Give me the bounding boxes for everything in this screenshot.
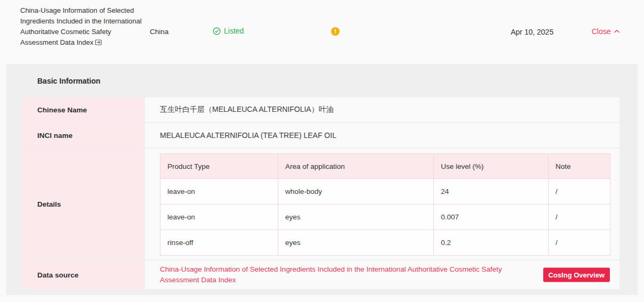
table-cell: leave-on: [160, 179, 278, 205]
close-label: Close: [592, 27, 611, 36]
field-row-data-source: Data source China-Usage Information of S…: [21, 260, 619, 289]
field-row-inci-name: INCI name MELALEUCA ALTERNIFOLIA (TEA TR…: [21, 123, 619, 148]
region-label: China: [150, 28, 168, 36]
table-row: leave-onwhole-body24/: [160, 179, 610, 205]
record-date: Apr 10, 2025: [511, 28, 553, 36]
table-cell: /: [549, 205, 610, 230]
table-cell: eyes: [278, 230, 434, 256]
table-cell: whole-body: [278, 179, 434, 205]
status-badge: Listed: [213, 27, 244, 35]
table-cell: /: [549, 230, 610, 256]
inci-name-label: INCI name: [21, 123, 144, 148]
section-title: Basic Information: [37, 77, 100, 85]
data-source-link[interactable]: China-Usage Information of Selected Ingr…: [160, 264, 533, 285]
external-link-icon[interactable]: [95, 38, 102, 49]
field-row-chinese-name: Chinese Name 互生叶白千层（MELALEUCA ALTERNIFOL…: [21, 97, 619, 122]
table-cell: rinse-off: [160, 230, 278, 256]
cosing-overview-button[interactable]: CosIng Overview: [543, 268, 610, 282]
column-header-note: Note: [549, 154, 610, 179]
column-header-product-type: Product Type: [160, 154, 278, 179]
data-source-label: Data source: [21, 260, 144, 289]
table-cell: 24: [434, 179, 549, 205]
inci-name-value: MELALEUCA ALTERNIFOLIA (TEA TREE) LEAF O…: [145, 123, 619, 148]
table-row: leave-oneyes0.007/: [160, 205, 610, 230]
source-title-text: China-Usage Information of Selected Ingr…: [20, 6, 142, 46]
table-cell: 0.2: [434, 230, 549, 256]
table-cell: 0.007: [434, 205, 549, 230]
details-table-header-row: Product Type Area of application Use lev…: [160, 154, 610, 179]
field-rows: Chinese Name 互生叶白千层（MELALEUCA ALTERNIFOL…: [21, 97, 619, 290]
detail-panel: Basic Information Chinese Name 互生叶白千层（ME…: [6, 64, 638, 295]
status-label: Listed: [224, 27, 244, 35]
close-button[interactable]: Close: [592, 27, 620, 36]
field-row-details: Details Product Type Area of application…: [21, 149, 619, 259]
column-header-area: Area of application: [278, 154, 434, 179]
chevron-up-icon: [614, 29, 620, 34]
chinese-name-label: Chinese Name: [21, 97, 144, 122]
column-header-use-level: Use level (%): [434, 154, 549, 179]
warning-circle-icon[interactable]: !: [331, 27, 340, 36]
table-cell: /: [549, 179, 610, 205]
table-cell: eyes: [278, 205, 434, 230]
table-row: rinse-offeyes0.2/: [160, 230, 610, 256]
check-circle-icon: [213, 27, 221, 35]
table-cell: leave-on: [160, 205, 278, 230]
details-value: Product Type Area of application Use lev…: [145, 149, 619, 259]
ingredient-summary-row: China-Usage Information of Selected Ingr…: [0, 0, 644, 63]
details-table-body: leave-onwhole-body24/leave-oneyes0.007/r…: [160, 179, 610, 256]
details-label: Details: [21, 149, 144, 259]
chinese-name-value: 互生叶白千层（MELALEUCA ALTERNIFOLIA）叶油: [145, 97, 619, 122]
data-source-value: China-Usage Information of Selected Ingr…: [145, 260, 619, 289]
details-table: Product Type Area of application Use lev…: [160, 153, 610, 256]
source-title: China-Usage Information of Selected Ingr…: [20, 5, 146, 49]
